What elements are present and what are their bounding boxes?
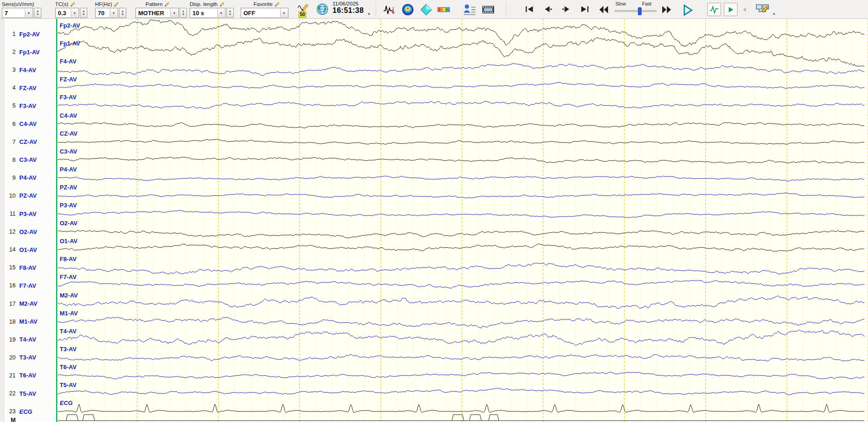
time-caret-icon[interactable]: ▼ (367, 12, 371, 16)
channel-row[interactable]: 3F4-AV (5, 66, 36, 74)
favorite-dropdown[interactable]: OFF ▼ (241, 8, 288, 18)
jump-start-button[interactable] (522, 2, 537, 16)
channel-row[interactable]: 19T4-AV (5, 336, 36, 344)
speed-slider-handle[interactable] (638, 7, 642, 15)
speed-slider-track[interactable] (614, 10, 657, 12)
play-button[interactable] (679, 2, 696, 17)
channel-row[interactable]: 23ECG (5, 407, 32, 416)
channel-row[interactable]: 16F7-AV (5, 281, 36, 290)
edit-pencil-icon[interactable] (114, 1, 119, 7)
channel-name: F3-AV (19, 103, 36, 109)
channel-row[interactable]: 5F3-AV (5, 102, 36, 110)
prev-disabled-button (739, 4, 750, 15)
channel-sidebar: 1Fp2-AV2Fp1-AV3F4-AV4FZ-AV5F3-AV6C4-AV7C… (0, 19, 56, 422)
trace-Fp1-AV (58, 38, 864, 66)
channel-row[interactable]: 4FZ-AV (5, 84, 36, 92)
trace-P4-AV (58, 176, 864, 182)
date-display: 11/06/2025 (333, 1, 364, 6)
chevron-down-icon[interactable]: ▼ (25, 9, 32, 17)
rewind-button[interactable] (596, 3, 612, 17)
channel-row[interactable]: 2Fp1-AV (5, 48, 40, 56)
trace-channel-label: FZ-AV (60, 76, 77, 83)
trace-T3-AV (58, 354, 864, 361)
trace-channel-label: C3-AV (60, 148, 77, 155)
speed-fast-label: Fast (642, 1, 651, 6)
trace-channel-label: Fp2-AV (60, 23, 80, 29)
channel-row[interactable]: 18M1-AV (5, 318, 37, 326)
channel-row[interactable]: 15F8-AV (5, 263, 36, 272)
step-back-button[interactable] (540, 2, 556, 16)
channel-row[interactable]: 17M2-AV (5, 300, 37, 308)
colorbar-icon[interactable] (437, 3, 450, 16)
trace-area[interactable]: Fp2-AVFp1-AVF4-AVFZ-AVF3-AVC4-AVCZ-AVC3-… (56, 19, 868, 422)
tc-spinner[interactable]: ▲▼ (80, 8, 87, 18)
trace-CZ-AV (58, 139, 864, 144)
channel-row[interactable]: 9P4-AV (5, 174, 36, 182)
globe-icon[interactable] (316, 3, 329, 16)
eeg-traces (58, 20, 864, 412)
channel-row[interactable]: 20T3-AV (5, 354, 36, 362)
channel-number: 15 (5, 264, 16, 271)
channel-number: 9 (5, 175, 16, 181)
review-waveform-button[interactable] (707, 3, 721, 16)
video-icon[interactable] (481, 3, 495, 16)
forward-button[interactable] (659, 3, 674, 17)
trace-T6-AV (58, 372, 864, 379)
trace-O2-AV (58, 230, 864, 238)
play-green-button[interactable] (724, 3, 738, 16)
waveform-canvas (56, 19, 868, 422)
brain-map-icon[interactable] (401, 3, 414, 16)
channel-row[interactable]: 12O2-AV (5, 228, 37, 236)
channel-row[interactable]: 11P3-AV (5, 210, 36, 218)
hf-spinner[interactable]: ▲▼ (119, 8, 126, 18)
channel-name: FZ-AV (19, 85, 36, 91)
channel-row[interactable]: 10PZ-AV (5, 192, 37, 200)
sensitivity-spinner[interactable]: ▲▼ (34, 8, 41, 18)
edit-pencil-icon[interactable] (275, 1, 280, 7)
waveform-tool-icon[interactable] (383, 3, 396, 16)
channel-row[interactable]: 22T5-AV (5, 389, 36, 398)
trace-channel-label: P3-AV (60, 202, 77, 209)
channel-row[interactable]: 14O1-AV (5, 245, 37, 254)
toolbar-divider (376, 2, 376, 17)
chevron-down-icon[interactable]: ▼ (110, 9, 117, 17)
trace-channel-label: M1-AV (60, 310, 78, 317)
step-forward-button[interactable] (558, 2, 574, 16)
pattern-dropdown[interactable]: MOTHER ▼ (135, 8, 179, 18)
pattern-spinner[interactable]: ▲▼ (180, 8, 187, 18)
chevron-down-icon[interactable]: ▼ (170, 9, 178, 17)
channel-row[interactable]: 1Fp2-AV (5, 30, 40, 38)
display-length-spinner[interactable]: ▲▼ (226, 8, 234, 18)
display-length-dropdown[interactable]: 10 s ▼ (190, 8, 225, 18)
notch-50-badge[interactable]: 50 (299, 11, 306, 18)
chevron-down-icon[interactable]: ▼ (280, 9, 287, 17)
edit-pencil-icon[interactable] (220, 1, 225, 7)
diamond-map-icon[interactable] (420, 3, 433, 16)
channel-row[interactable]: 6C4-AV (5, 120, 37, 128)
jump-end-button[interactable] (577, 2, 592, 16)
patient-info-icon[interactable] (462, 2, 477, 17)
chevron-down-icon[interactable]: ▼ (71, 9, 78, 17)
channel-name: M1-AV (19, 318, 37, 325)
tc-dropdown[interactable]: 0.3 ▼ (55, 8, 79, 18)
channel-number: 18 (5, 319, 16, 325)
display-length-value: 10 s (192, 10, 213, 17)
channel-number: 12 (5, 228, 16, 235)
channel-number: 14 (5, 246, 16, 253)
sensitivity-dropdown[interactable]: 7 ▼ (2, 8, 33, 18)
channel-row[interactable]: 21T6-AV (5, 371, 36, 380)
edit-pencil-icon[interactable] (164, 1, 170, 7)
channel-row[interactable]: 7CZ-AV (5, 138, 37, 146)
notch-filter-icon[interactable] (297, 1, 310, 12)
chevron-down-icon[interactable]: ▼ (217, 9, 225, 17)
edit-pencil-icon[interactable] (70, 1, 76, 7)
vertical-scrollbar[interactable] (0, 19, 4, 422)
channel-row[interactable]: 8C3-AV (5, 156, 37, 164)
trace-channel-label: T3-AV (60, 346, 77, 353)
channel-name: O1-AV (19, 246, 37, 253)
network-monitor-icon[interactable] (755, 2, 770, 17)
network-caret-icon[interactable]: ▼ (772, 12, 776, 16)
trace-channel-label: F4-AV (60, 58, 77, 65)
hf-dropdown[interactable]: 70 ▼ (95, 8, 118, 18)
display-length-control: Disp. length 10 s ▼ ▲▼ (190, 1, 234, 18)
